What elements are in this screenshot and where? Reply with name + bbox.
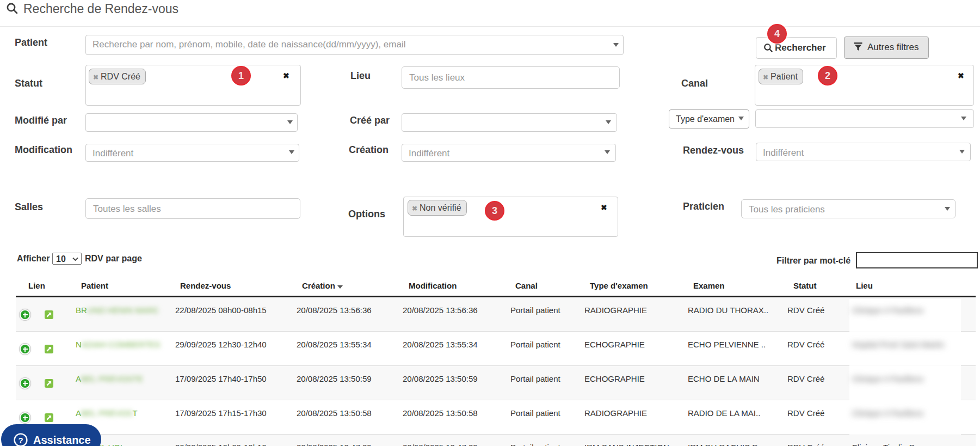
- svg-text:?: ?: [18, 436, 23, 445]
